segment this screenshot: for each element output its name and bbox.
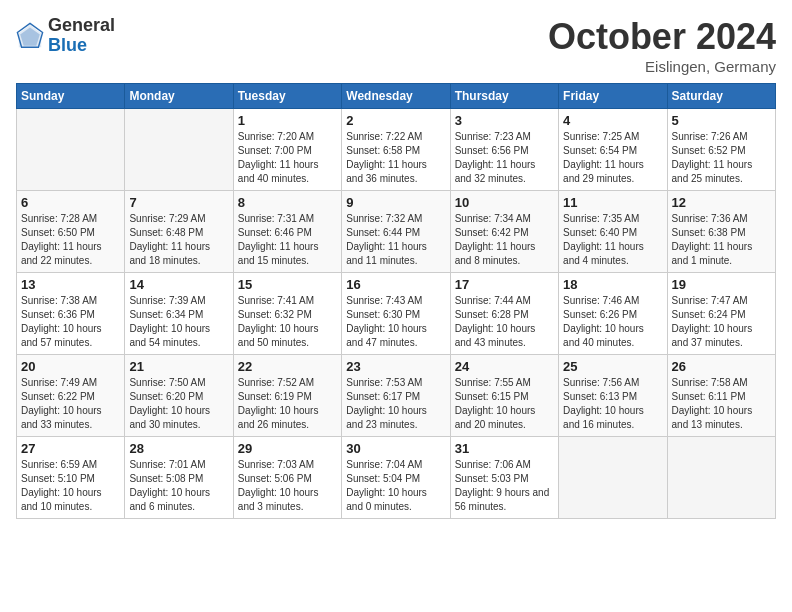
calendar-cell: 9Sunrise: 7:32 AMSunset: 6:44 PMDaylight… [342,191,450,273]
day-info: Sunrise: 7:29 AMSunset: 6:48 PMDaylight:… [129,212,228,268]
calendar-week-row: 27Sunrise: 6:59 AMSunset: 5:10 PMDayligh… [17,437,776,519]
calendar-cell: 28Sunrise: 7:01 AMSunset: 5:08 PMDayligh… [125,437,233,519]
weekday-header: Friday [559,84,667,109]
calendar-cell: 25Sunrise: 7:56 AMSunset: 6:13 PMDayligh… [559,355,667,437]
day-number: 7 [129,195,228,210]
calendar-cell: 21Sunrise: 7:50 AMSunset: 6:20 PMDayligh… [125,355,233,437]
calendar-cell: 3Sunrise: 7:23 AMSunset: 6:56 PMDaylight… [450,109,558,191]
day-number: 14 [129,277,228,292]
day-info: Sunrise: 7:58 AMSunset: 6:11 PMDaylight:… [672,376,771,432]
calendar-cell: 22Sunrise: 7:52 AMSunset: 6:19 PMDayligh… [233,355,341,437]
day-info: Sunrise: 7:35 AMSunset: 6:40 PMDaylight:… [563,212,662,268]
day-number: 2 [346,113,445,128]
day-info: Sunrise: 7:26 AMSunset: 6:52 PMDaylight:… [672,130,771,186]
calendar-cell [125,109,233,191]
day-number: 22 [238,359,337,374]
day-info: Sunrise: 7:34 AMSunset: 6:42 PMDaylight:… [455,212,554,268]
calendar-cell: 18Sunrise: 7:46 AMSunset: 6:26 PMDayligh… [559,273,667,355]
day-number: 17 [455,277,554,292]
day-number: 26 [672,359,771,374]
day-number: 13 [21,277,120,292]
calendar-cell: 1Sunrise: 7:20 AMSunset: 7:00 PMDaylight… [233,109,341,191]
calendar-week-row: 1Sunrise: 7:20 AMSunset: 7:00 PMDaylight… [17,109,776,191]
calendar-cell: 11Sunrise: 7:35 AMSunset: 6:40 PMDayligh… [559,191,667,273]
day-number: 20 [21,359,120,374]
calendar-week-row: 20Sunrise: 7:49 AMSunset: 6:22 PMDayligh… [17,355,776,437]
day-info: Sunrise: 7:03 AMSunset: 5:06 PMDaylight:… [238,458,337,514]
calendar-cell: 19Sunrise: 7:47 AMSunset: 6:24 PMDayligh… [667,273,775,355]
day-number: 31 [455,441,554,456]
day-info: Sunrise: 7:39 AMSunset: 6:34 PMDaylight:… [129,294,228,350]
day-number: 24 [455,359,554,374]
calendar-cell: 30Sunrise: 7:04 AMSunset: 5:04 PMDayligh… [342,437,450,519]
weekday-header: Sunday [17,84,125,109]
location-subtitle: Eislingen, Germany [548,58,776,75]
day-info: Sunrise: 7:23 AMSunset: 6:56 PMDaylight:… [455,130,554,186]
day-info: Sunrise: 7:22 AMSunset: 6:58 PMDaylight:… [346,130,445,186]
day-number: 28 [129,441,228,456]
day-number: 10 [455,195,554,210]
calendar-week-row: 6Sunrise: 7:28 AMSunset: 6:50 PMDaylight… [17,191,776,273]
calendar-cell [559,437,667,519]
day-number: 12 [672,195,771,210]
day-number: 16 [346,277,445,292]
calendar-cell: 8Sunrise: 7:31 AMSunset: 6:46 PMDaylight… [233,191,341,273]
calendar-cell: 20Sunrise: 7:49 AMSunset: 6:22 PMDayligh… [17,355,125,437]
calendar-cell: 14Sunrise: 7:39 AMSunset: 6:34 PMDayligh… [125,273,233,355]
logo-text: General Blue [48,16,115,56]
title-area: October 2024 Eislingen, Germany [548,16,776,75]
day-info: Sunrise: 7:49 AMSunset: 6:22 PMDaylight:… [21,376,120,432]
day-number: 23 [346,359,445,374]
day-info: Sunrise: 7:46 AMSunset: 6:26 PMDaylight:… [563,294,662,350]
day-number: 21 [129,359,228,374]
calendar-cell: 15Sunrise: 7:41 AMSunset: 6:32 PMDayligh… [233,273,341,355]
day-number: 5 [672,113,771,128]
day-number: 3 [455,113,554,128]
day-number: 6 [21,195,120,210]
calendar-cell: 16Sunrise: 7:43 AMSunset: 6:30 PMDayligh… [342,273,450,355]
day-number: 25 [563,359,662,374]
calendar-cell: 5Sunrise: 7:26 AMSunset: 6:52 PMDaylight… [667,109,775,191]
day-number: 15 [238,277,337,292]
calendar-cell: 6Sunrise: 7:28 AMSunset: 6:50 PMDaylight… [17,191,125,273]
weekday-header: Wednesday [342,84,450,109]
day-info: Sunrise: 7:28 AMSunset: 6:50 PMDaylight:… [21,212,120,268]
calendar-cell: 4Sunrise: 7:25 AMSunset: 6:54 PMDaylight… [559,109,667,191]
weekday-header: Monday [125,84,233,109]
day-number: 30 [346,441,445,456]
weekday-header: Tuesday [233,84,341,109]
day-info: Sunrise: 7:50 AMSunset: 6:20 PMDaylight:… [129,376,228,432]
day-number: 1 [238,113,337,128]
calendar-cell [17,109,125,191]
day-number: 8 [238,195,337,210]
day-info: Sunrise: 7:47 AMSunset: 6:24 PMDaylight:… [672,294,771,350]
logo-blue-text: Blue [48,36,115,56]
header: General Blue October 2024 Eislingen, Ger… [16,16,776,75]
logo: General Blue [16,16,115,56]
calendar-cell: 31Sunrise: 7:06 AMSunset: 5:03 PMDayligh… [450,437,558,519]
day-number: 9 [346,195,445,210]
day-info: Sunrise: 7:20 AMSunset: 7:00 PMDaylight:… [238,130,337,186]
calendar-cell: 24Sunrise: 7:55 AMSunset: 6:15 PMDayligh… [450,355,558,437]
calendar-cell: 17Sunrise: 7:44 AMSunset: 6:28 PMDayligh… [450,273,558,355]
weekday-header: Thursday [450,84,558,109]
day-info: Sunrise: 7:52 AMSunset: 6:19 PMDaylight:… [238,376,337,432]
day-info: Sunrise: 7:53 AMSunset: 6:17 PMDaylight:… [346,376,445,432]
calendar-week-row: 13Sunrise: 7:38 AMSunset: 6:36 PMDayligh… [17,273,776,355]
day-info: Sunrise: 7:32 AMSunset: 6:44 PMDaylight:… [346,212,445,268]
day-info: Sunrise: 7:31 AMSunset: 6:46 PMDaylight:… [238,212,337,268]
day-number: 18 [563,277,662,292]
calendar-cell: 26Sunrise: 7:58 AMSunset: 6:11 PMDayligh… [667,355,775,437]
calendar-cell: 13Sunrise: 7:38 AMSunset: 6:36 PMDayligh… [17,273,125,355]
calendar-cell [667,437,775,519]
logo-general-text: General [48,16,115,36]
day-number: 29 [238,441,337,456]
day-info: Sunrise: 7:56 AMSunset: 6:13 PMDaylight:… [563,376,662,432]
day-number: 11 [563,195,662,210]
logo-icon [16,22,44,50]
day-number: 19 [672,277,771,292]
month-title: October 2024 [548,16,776,58]
day-info: Sunrise: 6:59 AMSunset: 5:10 PMDaylight:… [21,458,120,514]
day-info: Sunrise: 7:01 AMSunset: 5:08 PMDaylight:… [129,458,228,514]
calendar-table: SundayMondayTuesdayWednesdayThursdayFrid… [16,83,776,519]
